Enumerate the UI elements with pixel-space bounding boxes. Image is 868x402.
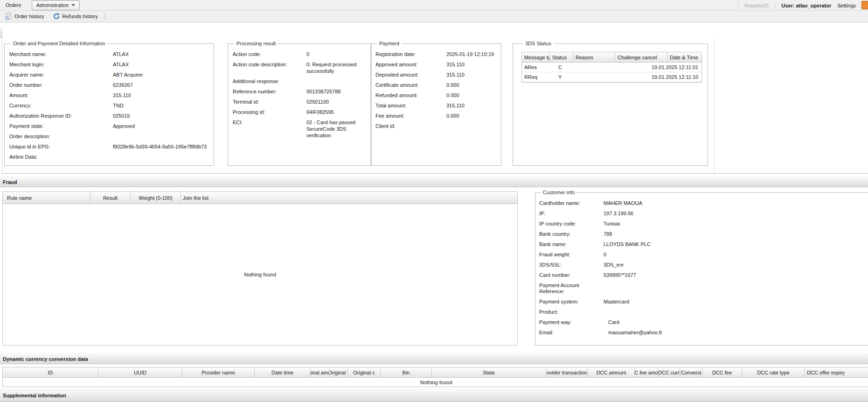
- order-history-button[interactable]: Order history: [2, 12, 47, 21]
- field-label: Currency:: [9, 102, 113, 109]
- column-header: ID: [3, 367, 98, 377]
- field-value: 2025-01-19 12:10:19: [446, 51, 498, 57]
- fraud-rules-table: Rule nameResultWeight (0-100)Join the li…: [2, 191, 518, 346]
- field-value: 315.110: [113, 92, 211, 99]
- fraud-table-body: Nothing found: [3, 204, 517, 345]
- column-header: Challenge cancel: [615, 52, 667, 62]
- field-label: Merchant login:: [9, 61, 113, 68]
- column-header: Reason: [573, 52, 615, 62]
- order-history-label: Order history: [14, 14, 44, 19]
- empty-state-text: Nothing found: [244, 272, 276, 277]
- top-menu-bar: Orders Administration Reports(0) User: a…: [0, 0, 868, 11]
- column-header: Status: [550, 52, 573, 62]
- table-row: RReq Y 19.01.2025 12:11:10: [522, 72, 701, 82]
- column-header: Bin: [381, 367, 432, 377]
- settings-link[interactable]: Settings: [837, 3, 856, 8]
- field-label: Cardholder name:: [539, 200, 604, 206]
- field-label: Order description:: [9, 133, 113, 140]
- field-label: Total amount:: [375, 102, 446, 109]
- processing-result-fieldset: Processing result Action code: 0 Action …: [228, 41, 371, 166]
- field-label: Email:: [539, 330, 604, 336]
- separator: [105, 13, 105, 20]
- field-row: Payment state: Approved: [9, 121, 211, 131]
- threeds-table-header: Message typeStatusReasonChallenge cancel…: [522, 52, 701, 63]
- field-value: ATLAX: [113, 61, 211, 68]
- field-row: Card number: 539995**1677: [539, 270, 868, 280]
- field-row: Merchant name: ATLAX: [9, 49, 211, 59]
- field-value: TND: [113, 102, 211, 109]
- order-info-rows: Merchant name: ATLAX Merchant login: ATL…: [9, 49, 211, 162]
- field-row: Acquirer name: ABT Acquirer: [9, 70, 211, 80]
- field-row: Payment system: Mastercard: [539, 296, 868, 307]
- column-header: UUID: [98, 367, 182, 377]
- field-label: Action code:: [233, 51, 306, 57]
- field-row: Bank name: LLOYDS BANK PLC: [539, 239, 868, 249]
- reports-link[interactable]: Reports(0): [744, 3, 769, 8]
- field-value: Approved: [113, 123, 211, 129]
- section-bar-fraud: Fraud: [0, 176, 868, 187]
- field-label: Authorization Response ID:: [9, 113, 113, 119]
- field-label: IP country code:: [539, 221, 604, 227]
- order-info-fieldset: Order and Payment Detailed Information M…: [4, 41, 214, 166]
- separator: [738, 2, 738, 9]
- cell-reason: [584, 72, 607, 82]
- chevron-down-icon: [71, 4, 75, 6]
- field-row: Fee amount: 0.000: [375, 111, 498, 121]
- field-row: Client id:: [375, 121, 498, 131]
- field-row: Deposited amount: 315.110: [375, 70, 498, 80]
- field-label: Card number:: [539, 272, 604, 278]
- field-label: Deposited amount:: [375, 71, 446, 78]
- column-header: Join the list: [181, 192, 210, 204]
- logout-button[interactable]: [861, 1, 868, 9]
- cell-status: Y: [556, 72, 584, 82]
- field-row: Action code: 0: [233, 49, 368, 59]
- tab-orders[interactable]: Orders: [0, 2, 27, 8]
- field-value: 3DS_enr: [604, 262, 868, 268]
- field-label: Bank name:: [539, 241, 604, 247]
- field-value: 315.110: [446, 102, 498, 109]
- field-value: 197.3.199.56: [604, 211, 868, 217]
- field-row: Amount: 315.110: [9, 90, 211, 100]
- field-row: Certificate amount: 0.000: [375, 80, 498, 90]
- field-row: Terminal id: 02501100: [233, 97, 368, 107]
- field-row: IP: 197.3.199.56: [539, 208, 868, 219]
- field-value: 0.000: [446, 113, 498, 119]
- column-header: Conversi: [680, 367, 702, 377]
- column-header: Original c: [348, 367, 381, 377]
- field-label: Processing id:: [233, 109, 306, 115]
- cell-status: C: [556, 63, 584, 72]
- field-value: 0.000: [446, 82, 498, 88]
- column-header: Message type: [522, 52, 550, 62]
- field-label: Payment Account Reference:: [539, 282, 604, 295]
- refunds-history-icon: [53, 13, 60, 20]
- column-header: DCC rate type: [742, 367, 805, 377]
- field-row: Registration date: 2025-01-19 12:10:19: [375, 49, 498, 59]
- field-row: Order description:: [9, 131, 211, 141]
- refunds-history-label: Refunds history: [62, 14, 98, 19]
- field-value: MAHER MAOUA: [604, 200, 868, 206]
- table-row: ARes C 19.01.2025 12:11:01: [522, 63, 701, 72]
- field-label: Client id:: [375, 123, 446, 129]
- processing-result-legend: Processing result: [235, 41, 278, 46]
- cell-challenge-cancel: [607, 63, 649, 72]
- field-value: 025015: [113, 113, 211, 119]
- topbar-right-group: Reports(0) User: atlax_operator Settings: [738, 0, 856, 11]
- field-label: Payment system:: [539, 299, 604, 305]
- field-row: 3DS/SSL: 3DS_enr: [539, 260, 868, 270]
- column-header: Result: [90, 192, 131, 204]
- column-header: DCC curr: [658, 367, 680, 377]
- field-value: maouamaher@yahoo.fr: [604, 330, 868, 336]
- field-value: 0: Request processed successfully: [306, 61, 368, 74]
- field-label: Refunded amount:: [375, 92, 446, 99]
- column-header: Rule name: [3, 192, 90, 204]
- column-header: Original amount: [311, 367, 329, 377]
- refunds-history-button[interactable]: Refunds history: [50, 12, 100, 21]
- field-row: Action code description: 0: Request proc…: [233, 59, 368, 76]
- tab-administration[interactable]: Administration: [32, 0, 80, 10]
- cell-message-type: RReq: [522, 72, 556, 82]
- section-title: Supplemental information: [3, 393, 66, 398]
- field-value: 539995**1677: [604, 272, 868, 278]
- field-value: 0.000: [446, 92, 498, 99]
- order-history-icon: [5, 13, 12, 20]
- field-label: ECI:: [233, 119, 306, 126]
